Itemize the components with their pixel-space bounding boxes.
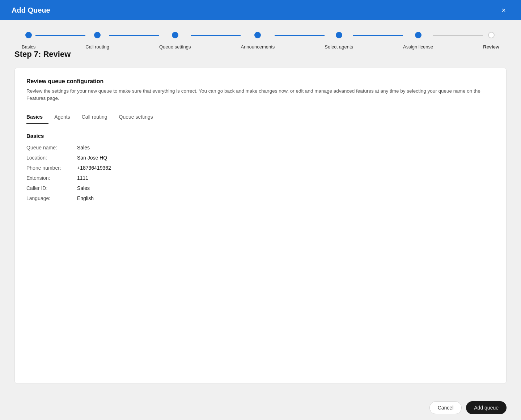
step-label-queue-settings: Queue settings xyxy=(159,44,191,50)
field-value-location: San Jose HQ xyxy=(77,155,107,161)
field-label-queue-name: Queue name: xyxy=(26,145,77,150)
step-label-announcements: Announcements xyxy=(241,44,275,50)
connector-5 xyxy=(353,35,403,36)
field-language: Language: English xyxy=(26,195,495,201)
step-circle-queue-settings xyxy=(172,32,178,38)
tab-queue-settings[interactable]: Queue settings xyxy=(119,111,159,124)
review-card: Review queue configuration Review the se… xyxy=(14,68,507,384)
step-circle-call-routing xyxy=(94,32,101,38)
step-label-basics: Basics xyxy=(22,44,35,50)
step-label-select-agents: Select agents xyxy=(325,44,353,50)
field-location: Location: San Jose HQ xyxy=(26,155,495,161)
step-label-assign-license: Assign license xyxy=(403,44,433,50)
step-review[interactable]: Review xyxy=(483,32,499,50)
basics-section: Basics Queue name: Sales Location: San J… xyxy=(26,133,495,201)
main-content: Basics Call routing Queue settings Annou… xyxy=(0,20,521,395)
basics-section-title: Basics xyxy=(26,133,495,139)
cancel-button[interactable]: Cancel xyxy=(429,401,462,414)
connector-2 xyxy=(109,35,159,36)
step-circle-select-agents xyxy=(336,32,342,38)
field-label-language: Language: xyxy=(26,195,77,201)
connector-4 xyxy=(275,35,325,36)
stepper: Basics Call routing Queue settings Annou… xyxy=(14,32,507,50)
step-circle-review xyxy=(488,32,495,38)
field-value-extension: 1111 xyxy=(77,175,88,181)
step-label-review: Review xyxy=(483,44,499,50)
field-label-phone-number: Phone number: xyxy=(26,165,77,171)
step-call-routing[interactable]: Call routing xyxy=(85,32,109,50)
tab-basics[interactable]: Basics xyxy=(26,111,48,124)
field-value-queue-name: Sales xyxy=(77,145,90,150)
step-circle-announcements xyxy=(254,32,261,38)
step-circle-basics xyxy=(25,32,32,38)
field-phone-number: Phone number: +18736419362 xyxy=(26,165,495,171)
step-queue-settings[interactable]: Queue settings xyxy=(159,32,191,50)
connector-1 xyxy=(35,35,85,36)
card-description: Review the settings for your new queue t… xyxy=(26,88,495,102)
field-queue-name: Queue name: Sales xyxy=(26,145,495,150)
field-label-extension: Extension: xyxy=(26,175,77,181)
dialog-header: Add Queue × xyxy=(0,0,521,20)
step-heading: Step 7: Review xyxy=(14,50,507,59)
field-label-caller-id: Caller ID: xyxy=(26,185,77,191)
field-extension: Extension: 1111 xyxy=(26,175,495,181)
step-label-call-routing: Call routing xyxy=(85,44,109,50)
connector-6 xyxy=(433,35,483,36)
connector-3 xyxy=(191,35,241,36)
field-label-location: Location: xyxy=(26,155,77,161)
inner-tab-bar: Basics Agents Call routing Queue setting… xyxy=(26,111,495,124)
add-queue-button[interactable]: Add queue xyxy=(466,401,507,414)
step-basics[interactable]: Basics xyxy=(22,32,35,50)
dialog-title: Add Queue xyxy=(12,6,50,14)
field-caller-id: Caller ID: Sales xyxy=(26,185,495,191)
field-value-language: English xyxy=(77,195,94,201)
step-circle-assign-license xyxy=(415,32,422,38)
close-button[interactable]: × xyxy=(498,4,509,16)
step-assign-license[interactable]: Assign license xyxy=(403,32,433,50)
field-value-phone-number: +18736419362 xyxy=(77,165,111,171)
dialog-footer: Cancel Add queue xyxy=(0,395,521,420)
tab-call-routing[interactable]: Call routing xyxy=(82,111,113,124)
step-select-agents[interactable]: Select agents xyxy=(325,32,353,50)
step-announcements[interactable]: Announcements xyxy=(241,32,275,50)
tab-agents[interactable]: Agents xyxy=(54,111,76,124)
field-value-caller-id: Sales xyxy=(77,185,90,191)
card-title: Review queue configuration xyxy=(26,78,495,85)
